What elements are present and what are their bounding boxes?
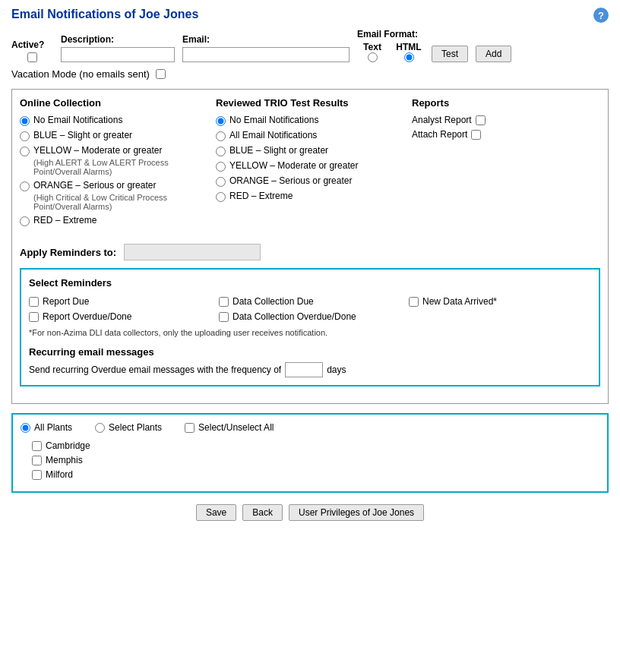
rt-option-3: YELLOW – Moderate or greater [216,160,404,172]
rt-radio-4[interactable] [216,177,226,187]
oc-option-3: ORANGE – Serious or greater [20,180,208,191]
report-overdue-checkbox[interactable] [29,312,39,322]
rt-radio-1[interactable] [216,131,226,141]
rt-label-5: RED – Extreme [229,191,293,201]
save-button[interactable]: Save [196,504,236,521]
data-collection-due-label: Data Collection Due [232,296,314,307]
select-unselect-all-checkbox[interactable] [185,423,195,433]
rt-option-2: BLUE – Slight or greater [216,145,404,156]
rt-label-0: No Email Notifications [229,115,318,125]
top-form: Active? Description: Email: Email Format… [11,29,609,62]
milford-checkbox[interactable] [32,470,42,480]
html-label: HTML [394,42,424,52]
memphis-label: Memphis [46,455,83,465]
text-radio-cell [357,52,388,62]
rt-radio-0[interactable] [216,116,226,126]
all-plants-radio[interactable] [21,423,30,433]
cambridge-label: Cambridge [46,440,90,451]
vacation-row: Vacation Mode (no emails sent) [11,68,609,80]
attach-report-checkbox[interactable] [471,130,481,140]
reminder-report-overdue: Report Overdue/Done [29,311,211,322]
oc-label-2: YELLOW – Moderate or greater [33,145,162,156]
email-col: Email: [182,34,350,62]
oc-radio-0[interactable] [20,116,30,126]
rt-option-1: All Email Notifications [216,130,404,141]
rt-option-0: No Email Notifications [216,115,404,126]
active-checkbox[interactable] [11,52,53,62]
plant-cambridge: Cambridge [32,440,599,451]
oc-label-3: ORANGE – Serious or greater [33,180,156,191]
reminders-box: Select Reminders Report Due Data Collect… [20,268,600,386]
cambridge-checkbox[interactable] [32,441,42,451]
recurring-row: Send recurring Overdue email messages wi… [29,362,591,377]
reports-title: Reports [412,97,600,109]
analyst-report-checkbox[interactable] [476,115,486,125]
oc-radio-1[interactable] [20,131,30,141]
reminder-data-collection-overdue: Data Collection Overdue/Done [219,311,401,322]
data-collection-due-checkbox[interactable] [219,297,229,307]
reports-section: Reports Analyst Report Attach Report [412,97,600,230]
html-radio[interactable] [404,52,414,62]
rt-label-1: All Email Notifications [229,130,317,140]
reminders-note: *For non-Azima DLI data collectors, only… [29,328,591,337]
attach-report-item: Attach Report [412,129,600,140]
add-button[interactable]: Add [476,46,511,62]
email-format-label: Email Format: [357,29,424,39]
attach-report-label: Attach Report [412,129,467,140]
reminder-new-data-arrived: New Data Arrived* [409,296,591,307]
memphis-checkbox[interactable] [32,456,42,465]
rt-label-3: YELLOW – Moderate or greater [229,160,358,171]
oc-sub-2: (High ALERT & Low ALERT Process Point/Ov… [33,158,208,176]
page-title: Email Notifications of Joe Jones [11,8,609,21]
text-radio[interactable] [368,52,378,62]
plant-memphis: Memphis [32,455,599,465]
plants-box: All Plants Select Plants Select/Unselect… [11,413,609,493]
oc-sub-3: (High Critical & Low Critical Process Po… [33,193,208,211]
oc-option-0: No Email Notifications [20,115,208,126]
active-col: Active? [11,39,53,62]
html-radio-cell [394,52,424,62]
select-unselect-all-item: Select/Unselect All [185,422,274,433]
analyst-report-item: Analyst Report [412,115,600,125]
select-plants-label: Select Plants [109,422,162,433]
help-icon[interactable]: ? [593,8,609,23]
rt-label-2: BLUE – Slight or greater [229,145,328,156]
active-label: Active? [11,39,53,50]
data-collection-overdue-label: Data Collection Overdue/Done [232,311,356,322]
recurring-text-after: days [327,364,346,375]
all-plants-label: All Plants [34,422,72,433]
data-collection-overdue-checkbox[interactable] [219,312,229,322]
oc-radio-4[interactable] [20,216,30,226]
report-due-checkbox[interactable] [29,297,39,307]
recurring-title: Recurring email messages [29,346,591,358]
select-plants-item: Select Plants [95,422,162,433]
oc-option-2: YELLOW – Moderate or greater [20,145,208,156]
vacation-label: Vacation Mode (no emails sent) [11,68,150,80]
email-input[interactable] [182,47,350,62]
oc-option-1: BLUE – Slight or greater [20,130,208,141]
vacation-checkbox[interactable] [156,69,166,79]
rt-radio-3[interactable] [216,162,226,172]
oc-radio-3[interactable] [20,181,30,191]
user-privileges-button[interactable]: User Privileges of Joe Jones [289,504,424,521]
reviewed-trio-title: Reviewed TRIO Test Results [216,97,404,109]
new-data-arrived-checkbox[interactable] [409,297,419,307]
recurring-frequency-input[interactable] [285,362,323,377]
rt-radio-2[interactable] [216,147,226,156]
description-input[interactable] [61,47,175,62]
back-button[interactable]: Back [242,504,283,521]
rt-option-4: ORANGE – Serious or greater [216,175,404,187]
new-data-arrived-label: New Data Arrived* [422,296,497,307]
select-plants-radio[interactable] [95,423,105,433]
apply-reminders-label: Apply Reminders to: [20,247,116,258]
all-plants-item: All Plants [21,422,72,433]
report-due-label: Report Due [43,296,89,307]
test-button[interactable]: Test [432,46,468,62]
rt-radio-5[interactable] [216,192,226,202]
oc-radio-2[interactable] [20,147,30,156]
apply-reminders-input[interactable]: Plants [124,244,261,260]
bottom-buttons: Save Back User Privileges of Joe Jones [11,504,609,521]
rt-option-5: RED – Extreme [216,191,404,202]
apply-reminders-row: Apply Reminders to: Plants [20,244,600,260]
format-radios-row [357,52,424,62]
